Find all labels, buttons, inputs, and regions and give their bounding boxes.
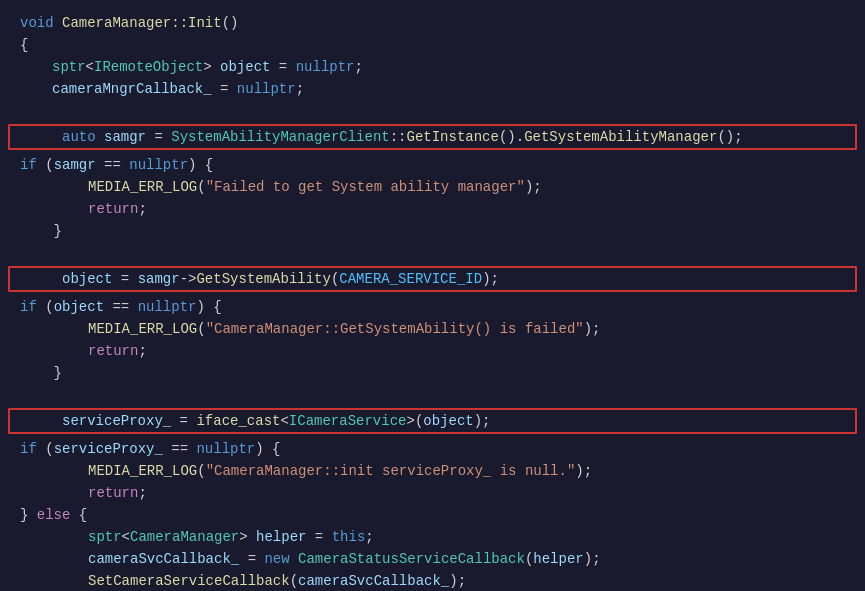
token: < bbox=[280, 413, 288, 429]
token: nullptr bbox=[196, 441, 255, 457]
token: helper bbox=[256, 529, 306, 545]
code-line-l14: MEDIA_ERR_LOG("CameraManager::GetSystemA… bbox=[0, 318, 865, 340]
code-line-l4: cameraMngrCallback_ = nullptr; bbox=[0, 78, 865, 100]
token: iface_cast bbox=[196, 413, 280, 429]
code-line-l20: MEDIA_ERR_LOG("CameraManager::init servi… bbox=[0, 460, 865, 482]
token: "Failed to get System ability manager" bbox=[206, 179, 525, 195]
token: > bbox=[203, 59, 220, 75]
token: return bbox=[88, 201, 138, 217]
token: ; bbox=[365, 529, 373, 545]
token: object bbox=[54, 299, 104, 315]
token: ( bbox=[37, 441, 54, 457]
code-line-l2: { bbox=[0, 34, 865, 56]
token: cameraSvcCallback_ bbox=[298, 573, 449, 589]
code-line-l21: return; bbox=[0, 482, 865, 504]
code-line-l15: return; bbox=[0, 340, 865, 362]
code-block: void CameraManager::Init(){sptr<IRemoteO… bbox=[0, 12, 865, 591]
token: ); bbox=[449, 573, 466, 589]
token: >( bbox=[406, 413, 423, 429]
code-line-l22: } else { bbox=[0, 504, 865, 526]
token: = bbox=[171, 413, 196, 429]
token: () bbox=[222, 15, 239, 31]
token: CameraManager::Init bbox=[62, 15, 222, 31]
token: (). bbox=[499, 129, 524, 145]
token: == bbox=[96, 157, 130, 173]
token: == bbox=[104, 299, 138, 315]
token: == bbox=[163, 441, 197, 457]
token: samgr bbox=[138, 271, 180, 287]
token: if bbox=[20, 299, 37, 315]
token: } bbox=[20, 223, 62, 239]
token: ; bbox=[138, 343, 146, 359]
token: if bbox=[20, 157, 37, 173]
token: samgr bbox=[104, 129, 146, 145]
token: sptr bbox=[88, 529, 122, 545]
token: object bbox=[220, 59, 270, 75]
token: } bbox=[20, 507, 37, 523]
token: < bbox=[122, 529, 130, 545]
highlight-block-block2: object = samgr->GetSystemAbility(CAMERA_… bbox=[8, 266, 857, 292]
highlight-block-block3: serviceProxy_ = iface_cast<ICameraServic… bbox=[8, 408, 857, 434]
token: { bbox=[70, 507, 87, 523]
token: ( bbox=[290, 573, 298, 589]
token: = bbox=[306, 529, 331, 545]
token: IRemoteObject bbox=[94, 59, 203, 75]
token: = bbox=[146, 129, 171, 145]
token: CAMERA_SERVICE_ID bbox=[339, 271, 482, 287]
token: GetInstance bbox=[407, 129, 499, 145]
token: ) { bbox=[255, 441, 280, 457]
token: ( bbox=[197, 321, 205, 337]
token: CameraManager bbox=[130, 529, 239, 545]
token: return bbox=[88, 485, 138, 501]
token: nullptr bbox=[129, 157, 188, 173]
token: = bbox=[112, 271, 137, 287]
token: MEDIA_ERR_LOG bbox=[88, 463, 197, 479]
token: "CameraManager::GetSystemAbility() is fa… bbox=[206, 321, 584, 337]
token: :: bbox=[390, 129, 407, 145]
code-line-l25: SetCameraServiceCallback(cameraSvcCallba… bbox=[0, 570, 865, 591]
highlight-block-block1: auto samgr = SystemAbilityManagerClient:… bbox=[8, 124, 857, 150]
code-line-l16: } bbox=[0, 362, 865, 384]
token: if bbox=[20, 441, 37, 457]
token: } bbox=[20, 365, 62, 381]
token: new bbox=[264, 551, 298, 567]
token: auto bbox=[62, 129, 104, 145]
token: ; bbox=[138, 485, 146, 501]
code-line-l1: void CameraManager::Init() bbox=[0, 12, 865, 34]
code-line-l5 bbox=[0, 100, 865, 122]
code-line-l6: auto samgr = SystemAbilityManagerClient:… bbox=[10, 126, 855, 148]
token: nullptr bbox=[138, 299, 197, 315]
token: object bbox=[423, 413, 473, 429]
token: ); bbox=[575, 463, 592, 479]
token: (); bbox=[717, 129, 742, 145]
token: ; bbox=[138, 201, 146, 217]
token: ( bbox=[331, 271, 339, 287]
code-line-l18: serviceProxy_ = iface_cast<ICameraServic… bbox=[10, 410, 855, 432]
token: nullptr bbox=[296, 59, 355, 75]
code-line-l13: if (object == nullptr) { bbox=[0, 296, 865, 318]
token: else bbox=[37, 507, 71, 523]
code-line-l24: cameraSvcCallback_ = new CameraStatusSer… bbox=[0, 548, 865, 570]
code-line-l11 bbox=[0, 242, 865, 264]
code-line-l8: MEDIA_ERR_LOG("Failed to get System abil… bbox=[0, 176, 865, 198]
token: serviceProxy_ bbox=[62, 413, 171, 429]
token: ); bbox=[584, 551, 601, 567]
token: ( bbox=[525, 551, 533, 567]
token: ; bbox=[296, 81, 304, 97]
token: ( bbox=[37, 299, 54, 315]
token: ) { bbox=[196, 299, 221, 315]
code-line-l23: sptr<CameraManager> helper = this; bbox=[0, 526, 865, 548]
token: ; bbox=[355, 59, 363, 75]
token: sptr bbox=[52, 59, 86, 75]
token: MEDIA_ERR_LOG bbox=[88, 179, 197, 195]
token: void bbox=[20, 15, 62, 31]
token: GetSystemAbility bbox=[196, 271, 330, 287]
token: = bbox=[212, 81, 237, 97]
code-line-l17 bbox=[0, 384, 865, 406]
token: samgr bbox=[54, 157, 96, 173]
token: ); bbox=[584, 321, 601, 337]
token: SetCameraServiceCallback bbox=[88, 573, 290, 589]
token: ICameraService bbox=[289, 413, 407, 429]
code-line-l10: } bbox=[0, 220, 865, 242]
token: SystemAbilityManagerClient bbox=[171, 129, 389, 145]
